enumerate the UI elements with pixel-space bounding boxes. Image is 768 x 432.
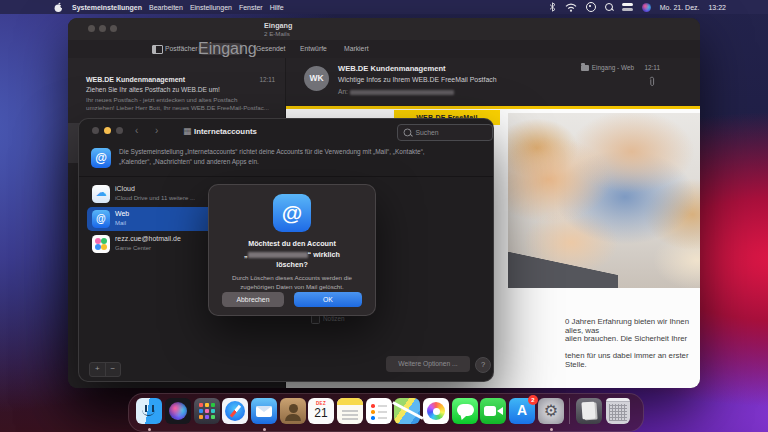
help-button[interactable]: ? [475,357,491,373]
menu-fenster[interactable]: Fenster [239,4,263,11]
remove-account-button[interactable]: − [106,363,121,376]
notes-checkbox[interactable] [311,315,320,324]
mailboxes-sidebar-icon[interactable] [152,45,163,54]
sender: WEB.DE Kundenmanagement [86,76,185,83]
dock-maps-icon[interactable] [394,398,420,424]
at-app-icon: @ [273,194,311,232]
dock-calendar-icon[interactable]: DEZ 21 [308,398,334,424]
forward-icon[interactable]: › [155,125,158,136]
internetaccounts-window: ‹ › ▦ Internetaccounts Suchen @ Die Syst… [78,118,494,382]
menu-date[interactable]: Mo. 21. Dez. [660,4,700,11]
search-icon [404,129,411,136]
menu-hilfe[interactable]: Hilfe [270,4,284,11]
zoom-button[interactable] [110,25,117,32]
dialog-body: zugehörigen Daten von Mail gelöscht. [209,283,375,290]
tab-gesendet[interactable]: Gesendet [256,45,285,52]
window-title: Internetaccounts [194,127,257,136]
tab-entwuerfe[interactable]: Entwürfe [300,45,327,52]
spotlight-icon[interactable] [605,3,613,11]
dock-appstore-icon[interactable]: 2 [509,398,535,424]
dock-trash-icon[interactable] [606,398,630,424]
email-text: ailen brauchen. Die Sicherheit Ihrer [565,334,687,343]
mailbox-count: 2 E-Mails [264,30,290,37]
subject: Ziehen Sie Ihr altes Postfach zu WEB.DE … [86,86,220,93]
back-icon[interactable]: ‹ [135,125,138,136]
tab-markiert[interactable]: Markiert [344,45,369,52]
favorites-bar: Postfächer Eingang Gesendet Entwürfe Mar… [68,40,700,59]
dock-system-preferences-icon[interactable] [538,398,564,424]
icloud-icon [92,185,110,203]
close-button[interactable] [92,127,99,134]
ok-button[interactable]: OK [294,292,362,307]
dock-downloads-stack-icon[interactable] [576,398,602,424]
dialog-title: Möchtest du den Account [209,239,375,248]
avatar: WK [304,66,329,91]
description: „Kalender“, „Nachrichten“ und anderen Ap… [119,158,259,165]
desktop: Systemeinstellungen Bearbeiten Einstellu… [0,0,768,432]
menu-bearbeiten[interactable]: Bearbeiten [149,4,183,11]
message-subject: Wichtige Infos zu Ihrem WEB.DE FreeMail … [338,76,497,83]
add-account-button[interactable]: + [90,363,106,376]
time: 12:11 [259,76,275,83]
dialog-title: „“ wirklich [209,250,375,259]
email-photo [508,113,700,288]
menu-einstellungen[interactable]: Einstellungen [190,4,232,11]
show-all-grid-icon[interactable]: ▦ [183,126,192,136]
bluetooth-icon[interactable] [549,2,556,12]
game-center-icon [92,235,110,253]
siri-icon[interactable] [642,3,651,12]
attachment-icon [648,76,656,87]
dock-photos-icon[interactable] [423,398,449,424]
minimize-button[interactable] [104,127,111,134]
calendar-month: DEZ [308,401,334,406]
add-remove-buttons: + − [89,362,121,377]
mail-running-dot [263,428,266,431]
menu-app-name[interactable]: Systemeinstellungen [72,4,142,11]
dock-finder-icon[interactable] [136,398,162,424]
folder-icon [581,65,589,71]
dock-mail-icon[interactable] [251,398,277,424]
zoom-button[interactable] [116,127,123,134]
dock-messages-icon[interactable] [452,398,478,424]
dock-siri-icon[interactable] [165,398,191,424]
redacted-recipient [350,90,454,96]
mail-titlebar[interactable]: Eingang 2 E-Mails ◎ ✉ ✎ ↩ ↩↩ ↪ ⚑ Bewegen… [68,18,700,40]
message-to: An: [338,88,454,95]
appstore-badge: 2 [528,395,538,405]
preview: Ihr neues Postfach - jetzt entdecken und… [86,96,237,103]
dock-reminders-icon[interactable] [366,398,392,424]
mailboxes-button[interactable]: Postfächer [165,45,198,52]
divider [79,176,493,177]
preferences-running-dot [550,428,553,431]
apple-logo-icon [54,2,63,13]
menu-clock[interactable]: 13:22 [708,4,726,11]
search-placeholder: Suchen [416,129,439,136]
email-text: 0 Jahren Erfahrung bieten wir Ihnen alle… [565,317,700,335]
finder-running-dot [148,428,151,431]
dialog-title: löschen? [209,260,375,269]
dock-facetime-icon[interactable] [480,398,506,424]
internetaccounts-app-icon: @ [91,148,111,168]
preferences-search-field[interactable]: Suchen [397,124,493,141]
list-item[interactable]: WEB.DE Kundenmanagement 12:11 Ziehen Sie… [68,73,285,121]
calendar-day: 21 [308,406,334,420]
status-ring-icon[interactable] [586,2,596,12]
close-button[interactable] [88,25,95,32]
email-text: tehen für uns dabei immer an erster Stel… [565,351,700,369]
dock-contacts-icon[interactable] [280,398,306,424]
delete-account-dialog: @ Möchtest du den Account „“ wirklich lö… [208,184,376,316]
dock-launchpad-icon[interactable] [194,398,220,424]
control-center-icon[interactable] [622,3,633,11]
wifi-icon[interactable] [565,3,577,12]
dock-safari-icon[interactable] [222,398,248,424]
minimize-button[interactable] [99,25,106,32]
apple-menu[interactable] [54,2,63,13]
preview: umziehen! Lieber Herr Bott, Ihr neues WE… [86,104,269,111]
cancel-button[interactable]: Abbrechen [222,292,284,307]
more-options-button[interactable]: Weitere Optionen ... [386,356,470,372]
message-header: WK WEB.DE Kundenmanagement Wichtige Info… [286,58,700,106]
dock-notes-icon[interactable] [337,398,363,424]
tab-eingang[interactable]: Eingang [198,43,244,55]
dialog-body: Durch Löschen dieses Accounts werden die [209,274,375,281]
email-yellow-rule [286,106,700,109]
